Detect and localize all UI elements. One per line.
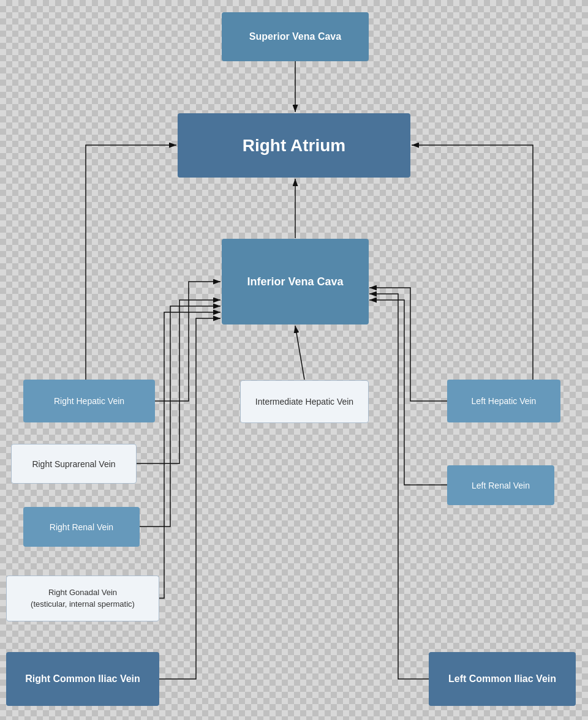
- right-suprarenal-vein-box: Right Suprarenal Vein: [11, 444, 137, 484]
- left-renal-vein-label: Left Renal Vein: [472, 481, 530, 490]
- left-renal-vein-box: Left Renal Vein: [447, 465, 554, 505]
- right-renal-vein-box: Right Renal Vein: [23, 507, 140, 547]
- right-renal-vein-label: Right Renal Vein: [50, 522, 113, 532]
- right-gonadal-vein-box: Right Gonadal Vein(testicular, internal …: [6, 576, 159, 621]
- svg-line-3: [295, 326, 304, 380]
- inferior-vena-cava-label: Inferior Vena Cava: [247, 276, 343, 288]
- right-hepatic-vein-label: Right Hepatic Vein: [54, 396, 124, 406]
- right-atrium-label: Right Atrium: [243, 136, 346, 156]
- left-hepatic-vein-box: Left Hepatic Vein: [447, 380, 560, 422]
- right-common-iliac-vein-box: Right Common Iliac Vein: [6, 652, 159, 706]
- intermediate-hepatic-vein-label: Intermediate Hepatic Vein: [255, 397, 353, 407]
- left-common-iliac-vein-box: Left Common Iliac Vein: [429, 652, 576, 706]
- intermediate-hepatic-vein-box: Intermediate Hepatic Vein: [240, 380, 369, 423]
- left-common-iliac-vein-label: Left Common Iliac Vein: [448, 673, 556, 684]
- right-atrium-box: Right Atrium: [178, 113, 410, 178]
- right-common-iliac-vein-label: Right Common Iliac Vein: [25, 673, 140, 684]
- right-hepatic-vein-box: Right Hepatic Vein: [23, 380, 155, 422]
- right-gonadal-vein-label: Right Gonadal Vein(testicular, internal …: [31, 587, 135, 609]
- right-suprarenal-vein-label: Right Suprarenal Vein: [32, 459, 115, 469]
- left-hepatic-vein-label: Left Hepatic Vein: [472, 396, 537, 406]
- superior-vena-cava-label: Superior Vena Cava: [249, 31, 341, 42]
- superior-vena-cava-box: Superior Vena Cava: [222, 12, 369, 61]
- inferior-vena-cava-box: Inferior Vena Cava: [222, 239, 369, 324]
